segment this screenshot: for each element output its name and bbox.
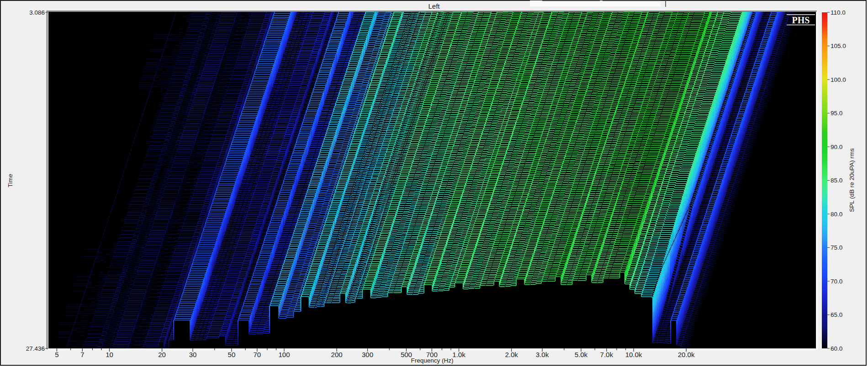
svg-text:3.0k: 3.0k <box>536 351 549 358</box>
svg-text:500: 500 <box>401 351 412 358</box>
svg-text:5: 5 <box>55 351 58 358</box>
svg-text:200: 200 <box>331 351 343 358</box>
svg-text:100: 100 <box>278 351 290 358</box>
svg-text:7.0k: 7.0k <box>600 351 614 358</box>
svg-text:100.0: 100.0 <box>831 76 846 83</box>
svg-text:1.0k: 1.0k <box>452 351 466 358</box>
svg-text:50: 50 <box>228 351 236 358</box>
svg-text:65.0: 65.0 <box>831 311 842 318</box>
svg-text:Frequency (Hz): Frequency (Hz) <box>411 357 453 364</box>
svg-text:27.436: 27.436 <box>26 345 45 352</box>
svg-text:90.0: 90.0 <box>831 144 842 150</box>
svg-text:70.0: 70.0 <box>831 278 842 285</box>
svg-text:80.0: 80.0 <box>831 211 842 218</box>
svg-text:5.0k: 5.0k <box>575 351 588 358</box>
svg-text:2.0k: 2.0k <box>505 351 518 358</box>
svg-text:7: 7 <box>80 351 84 358</box>
svg-text:20: 20 <box>158 351 166 358</box>
svg-text:3.086: 3.086 <box>29 9 45 16</box>
svg-text:70: 70 <box>253 351 261 358</box>
svg-text:300: 300 <box>362 351 373 358</box>
svg-text:Time: Time <box>7 174 14 187</box>
svg-text:10.0k: 10.0k <box>625 351 642 358</box>
svg-text:85.0: 85.0 <box>831 177 842 184</box>
svg-text:Left: Left <box>428 2 440 10</box>
svg-text:SPL (dB re 20uPA) rms: SPL (dB re 20uPA) rms <box>848 148 855 212</box>
svg-text:20.0k: 20.0k <box>678 351 695 358</box>
svg-text:PHS: PHS <box>792 15 810 25</box>
svg-text:60.0: 60.0 <box>831 345 842 352</box>
svg-text:30: 30 <box>189 351 197 358</box>
svg-text:105.0: 105.0 <box>831 43 846 49</box>
svg-text:95.0: 95.0 <box>831 110 842 117</box>
svg-text:10: 10 <box>106 351 113 358</box>
svg-text:110.0: 110.0 <box>831 9 846 16</box>
svg-text:75.0: 75.0 <box>831 244 842 251</box>
